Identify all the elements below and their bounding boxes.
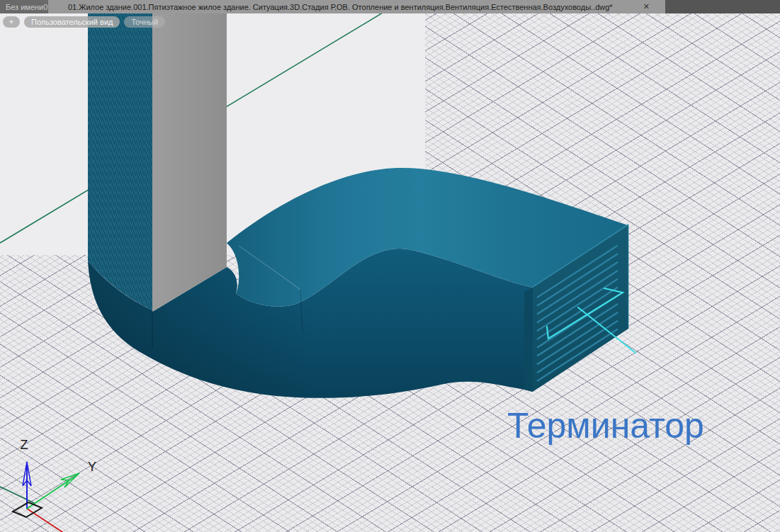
axis-y [27,473,79,509]
viewport-add-button[interactable]: + [3,16,20,28]
tab-close-icon[interactable]: ✕ [639,0,654,13]
cad-application-window: Терминатор Z Y Без имени0 [0,0,780,532]
tab-active-drawing[interactable]: 01.Жилое здание.001.Пятиэтажное жилое зд… [48,0,665,13]
document-tab-bar: Без имени0 01.Жилое здание.001.Пятиэтажн… [0,0,780,13]
visual-style-label: Точный [131,18,158,26]
viewport-controls: + Пользовательский вид Точный [3,16,165,28]
cad-viewport[interactable]: Терминатор Z Y [0,0,780,532]
annotation-terminator[interactable]: Терминатор [507,406,704,446]
view-mode-button[interactable]: Пользовательский вид [24,16,120,28]
duct-riser-gray-face[interactable] [152,0,227,312]
tab-active-drawing-label: 01.Жилое здание.001.Пятиэтажное жилое зд… [68,3,613,11]
axis-x [27,509,62,532]
axis-z-label: Z [21,438,28,452]
ventilation-duct-3d-object[interactable] [88,0,635,398]
view-mode-label: Пользовательский вид [31,18,113,26]
grille-side-face [524,288,533,392]
plus-icon: + [9,17,13,27]
duct-riser-teal-face[interactable] [88,0,152,310]
tab-untitled[interactable]: Без имени0 [0,0,48,13]
model-scene: Терминатор Z Y [0,0,780,532]
axis-y-label: Y [88,460,96,474]
tab-untitled-label: Без имени0 [6,3,47,11]
ucs-icon: Z Y [13,438,96,532]
visual-style-button[interactable]: Точный [124,16,165,28]
